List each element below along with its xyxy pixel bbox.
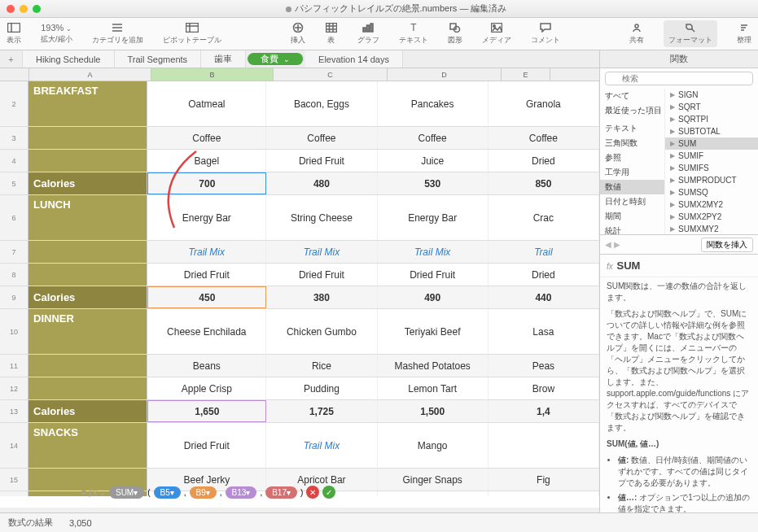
- table-cell[interactable]: Cheese Enchilada: [147, 309, 266, 354]
- fn-item[interactable]: ▶SQRT: [665, 101, 758, 113]
- formula-fn[interactable]: SUM ▾: [109, 486, 144, 499]
- fn-category[interactable]: 期間: [600, 209, 664, 224]
- row-label[interactable]: SNACKS: [28, 423, 147, 468]
- sheet-tab-gear[interactable]: 歯車: [201, 50, 246, 68]
- table-cell[interactable]: Coffee: [266, 127, 377, 149]
- sheet-tab-food[interactable]: 食費⌄: [248, 53, 304, 65]
- table-cell[interactable]: Dried Fruit: [266, 264, 377, 286]
- table-cell[interactable]: Brow: [489, 377, 599, 399]
- formula-arg-4[interactable]: B17 ▾: [265, 486, 297, 499]
- fn-item[interactable]: ▶SUBTOTAL: [665, 125, 758, 137]
- sheet-tab-segments[interactable]: Trail Segments: [115, 50, 202, 68]
- table-cell[interactable]: Power Drink: [378, 491, 489, 496]
- table-cell[interactable]: Teriyaki Beef: [378, 309, 489, 354]
- table-cell[interactable]: Lasa: [489, 309, 599, 354]
- row-header[interactable]: 6: [0, 195, 28, 240]
- table-button[interactable]: 表: [325, 22, 338, 46]
- row-label[interactable]: [28, 264, 147, 286]
- formula-cancel[interactable]: ✕: [306, 486, 319, 499]
- table-cell[interactable]: Bacon, Eggs: [266, 81, 377, 126]
- table-cell[interactable]: 480: [266, 172, 377, 194]
- table-cell[interactable]: Dried Fruit: [266, 150, 377, 172]
- table-cell[interactable]: Trail Mix: [266, 241, 377, 263]
- insert-button[interactable]: 挿入: [291, 22, 305, 46]
- fn-category[interactable]: 参照: [600, 150, 664, 165]
- table-cell[interactable]: 530: [378, 172, 489, 194]
- table-cell[interactable]: Juice: [378, 150, 489, 172]
- row-header[interactable]: 2: [0, 81, 28, 126]
- function-list[interactable]: ▶SIGN▶SQRT▶SQRTPI▶SUBTOTAL▶SUM▶SUMIF▶SUM…: [665, 89, 758, 234]
- table-cell[interactable]: Dried Fruit: [147, 423, 266, 468]
- table-cell[interactable]: Power: [489, 491, 599, 496]
- table-cell[interactable]: Dried Fruit: [147, 264, 266, 286]
- row-header[interactable]: 10: [0, 309, 28, 354]
- table-cell[interactable]: Trail Mix: [378, 241, 489, 263]
- view-button[interactable]: 表示: [7, 22, 21, 46]
- formula-arg-1[interactable]: B5 ▾: [154, 486, 181, 499]
- table-cell[interactable]: Oatmeal: [147, 81, 266, 126]
- table-cell[interactable]: 380: [266, 286, 377, 308]
- row-header[interactable]: 16: [0, 491, 28, 496]
- table-cell[interactable]: Trail: [489, 241, 599, 263]
- function-categories[interactable]: すべて最近使った項目テキスト三角関数参照工学用数値日付と時刻期間統計論理と情報財…: [600, 89, 665, 234]
- row-label[interactable]: [28, 355, 147, 377]
- col-header-e[interactable]: E: [502, 68, 550, 81]
- fn-item[interactable]: ▶SIGN: [665, 89, 758, 101]
- row-label[interactable]: Calories: [28, 286, 147, 308]
- row-label[interactable]: Calories: [28, 400, 147, 422]
- table-cell[interactable]: 1,725: [266, 400, 377, 422]
- row-header[interactable]: 12: [0, 377, 28, 399]
- pivot-button[interactable]: ピボットテーブル: [163, 22, 221, 46]
- table-cell[interactable]: Energy Bar: [147, 195, 266, 240]
- sheet-tab-elevation[interactable]: Elevation 14 days: [305, 50, 403, 68]
- media-button[interactable]: メディア: [482, 22, 511, 46]
- col-header-a[interactable]: A: [29, 68, 151, 81]
- table-cell[interactable]: Mashed Potatoes: [378, 355, 489, 377]
- add-sheet-button[interactable]: +: [0, 50, 23, 68]
- fn-category[interactable]: 統計: [600, 224, 664, 234]
- fn-category[interactable]: 最近使った項目: [600, 103, 664, 118]
- col-header-d[interactable]: D: [388, 68, 502, 81]
- row-header[interactable]: 7: [0, 241, 28, 263]
- close-icon[interactable]: [7, 5, 15, 13]
- row-label[interactable]: [28, 241, 147, 263]
- sheet-tab-hiking[interactable]: Hiking Schedule: [23, 50, 115, 68]
- table-cell[interactable]: [489, 423, 599, 468]
- fn-item[interactable]: ▶SUMPRODUCT: [665, 174, 758, 186]
- text-button[interactable]: T テキスト: [399, 22, 428, 46]
- formula-confirm[interactable]: ✓: [322, 486, 335, 499]
- table-cell[interactable]: Chicken Gumbo: [266, 309, 377, 354]
- format-button[interactable]: フォーマット: [664, 20, 717, 47]
- nav-arrows[interactable]: ◀ ▶: [605, 240, 620, 249]
- col-header-c[interactable]: C: [274, 68, 388, 81]
- add-category-button[interactable]: カテゴリを追加: [92, 22, 143, 46]
- table-cell[interactable]: Dried: [489, 264, 599, 286]
- table-cell[interactable]: Coffee: [489, 127, 599, 149]
- formula-bar[interactable]: = ƒx ⌄ SUM ▾( B5 ▾, B9 ▾, B13 ▾, B17 ▾) …: [81, 483, 355, 501]
- table-cell[interactable]: Peas: [489, 355, 599, 377]
- table-cell[interactable]: Fig: [489, 469, 599, 491]
- table-cell[interactable]: Lemon Tart: [378, 377, 489, 399]
- table-cell[interactable]: Dried: [489, 150, 599, 172]
- row-label[interactable]: Calories: [28, 172, 147, 194]
- fn-item[interactable]: ▶SUMIF: [665, 150, 758, 162]
- table-cell[interactable]: 850: [489, 172, 599, 194]
- fn-item[interactable]: ▶SUMSQ: [665, 186, 758, 198]
- formula-arg-2[interactable]: B9 ▾: [190, 486, 217, 499]
- function-search[interactable]: [605, 72, 753, 85]
- shape-button[interactable]: 図形: [448, 22, 462, 46]
- table-cell[interactable]: Crac: [489, 195, 599, 240]
- table-cell[interactable]: String Cheese: [266, 195, 377, 240]
- table-cell[interactable]: Granola: [489, 81, 599, 126]
- maximize-icon[interactable]: [33, 5, 41, 13]
- table-cell[interactable]: Pancakes: [378, 81, 489, 126]
- table-cell[interactable]: Rice: [266, 355, 377, 377]
- row-header[interactable]: 8: [0, 264, 28, 286]
- formula-arg-3[interactable]: B13 ▾: [226, 486, 257, 499]
- fn-category[interactable]: 日付と時刻: [600, 194, 664, 209]
- row-label[interactable]: DINNER: [28, 309, 147, 354]
- table-cell[interactable]: 490: [378, 286, 489, 308]
- table-cell[interactable]: Pudding: [266, 377, 377, 399]
- organize-button[interactable]: 整理: [737, 22, 751, 46]
- fn-item[interactable]: ▶SUMIFS: [665, 162, 758, 174]
